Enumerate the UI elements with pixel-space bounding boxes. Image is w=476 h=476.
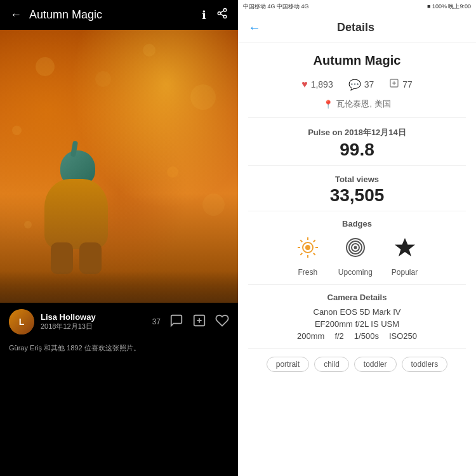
svg-point-24: [354, 246, 357, 249]
likes-stat: ♥ 1,893: [301, 79, 333, 90]
iso: ISO250: [389, 331, 417, 341]
badge-upcoming: Upcoming: [338, 236, 373, 277]
status-right: ■ 100% 晚上9:00: [427, 3, 471, 11]
badges-title: Badges: [248, 219, 466, 228]
pulse-value: 99.8: [248, 140, 466, 160]
details-photo-title: Autumn Magic: [238, 43, 476, 73]
left-panel: ← Autumn Magic ℹ: [0, 0, 238, 476]
svg-line-16: [300, 240, 302, 242]
badge-popular: Popular: [392, 236, 418, 277]
shutter-speed: 1/500s: [354, 331, 379, 341]
svg-line-3: [220, 14, 223, 16]
upcoming-icon: [344, 236, 367, 264]
focal-length: 200mm: [297, 331, 324, 341]
like-button[interactable]: [215, 314, 229, 331]
photo-date: 2018年12月13日: [41, 322, 146, 331]
action-icons: 37: [152, 314, 229, 331]
camera-lens: EF200mm f/2L IS USM: [248, 319, 466, 329]
popular-icon: [393, 236, 416, 264]
views-value: 33,505: [248, 185, 466, 206]
photo-info-bar: L Lisa Holloway 2018年12月13日 37: [0, 303, 238, 476]
details-back-button[interactable]: ←: [248, 20, 261, 35]
badge-fresh: Fresh: [296, 236, 319, 277]
svg-line-4: [220, 11, 223, 13]
svg-marker-25: [395, 238, 415, 256]
badges-row: Fresh Upcoming: [248, 236, 466, 277]
svg-point-20: [305, 245, 310, 250]
svg-point-1: [218, 12, 221, 15]
likes-count: 1,893: [311, 79, 333, 89]
status-left: 中国移动 4G 中国移动 4G: [243, 3, 309, 11]
right-panel: 中国移动 4G 中国移动 4G ■ 100% 晚上9:00 ← Details …: [238, 0, 476, 476]
pulse-section: Pulse on 2018年12月14日 99.8: [238, 118, 476, 165]
camera-model: Canon EOS 5D Mark IV: [248, 307, 466, 317]
photo-title-header: Autumn Magic: [29, 8, 202, 22]
tag-portrait[interactable]: portrait: [267, 357, 309, 372]
fresh-label: Fresh: [298, 268, 317, 277]
svg-point-0: [223, 9, 227, 12]
location-row: 📍 瓦伦泰恩, 美国: [238, 96, 476, 117]
location-pin-icon: 📍: [323, 100, 333, 109]
views-label: Total views: [248, 175, 466, 184]
details-header: ← Details: [238, 13, 476, 43]
camera-section: Camera Details Canon EOS 5D Mark IV EF20…: [238, 285, 476, 348]
svg-line-19: [300, 253, 302, 255]
tag-toddler[interactable]: toddler: [354, 357, 397, 372]
left-header: ← Autumn Magic ℹ: [0, 0, 238, 30]
svg-line-17: [314, 253, 315, 255]
comments-stat: 💬 37: [348, 79, 374, 91]
badges-section: Badges: [238, 211, 476, 284]
photo-image: [0, 30, 238, 303]
camera-title: Camera Details: [248, 293, 466, 302]
fresh-icon: [296, 236, 319, 264]
avatar: L: [9, 309, 34, 334]
details-title: Details: [261, 21, 451, 34]
child-figure: [32, 150, 121, 277]
save-icon: [389, 78, 399, 91]
camera-specs: 200mm f/2 1/500s ISO250: [248, 331, 466, 341]
user-info: Lisa Holloway 2018年12月13日: [41, 312, 146, 331]
tag-child[interactable]: child: [314, 357, 349, 372]
svg-point-2: [223, 15, 227, 18]
comment-button[interactable]: [169, 314, 183, 331]
aperture: f/2: [334, 331, 343, 341]
comments-count: 37: [364, 79, 374, 89]
back-button[interactable]: ←: [10, 8, 22, 22]
svg-line-18: [314, 240, 315, 242]
pulse-label: Pulse on 2018年12月14日: [248, 127, 466, 138]
heart-icon: ♥: [301, 79, 308, 90]
comment-count: 37: [152, 317, 161, 326]
comment-icon: 💬: [348, 79, 361, 91]
saves-stat: 77: [389, 78, 413, 91]
saves-count: 77: [402, 79, 413, 89]
stats-row: ♥ 1,893 💬 37 77: [238, 73, 476, 96]
header-icons: ℹ: [202, 8, 228, 22]
like-text: Güray Eriş 和其他 1892 位喜欢这张照片。: [0, 341, 238, 355]
views-section: Total views 33,505: [238, 166, 476, 211]
tags-row: portrait child toddler toddlers: [238, 349, 476, 382]
info-button[interactable]: ℹ: [202, 8, 206, 22]
location-text: 瓦伦泰恩, 美国: [336, 98, 390, 110]
status-bar: 中国移动 4G 中国移动 4G ■ 100% 晚上9:00: [238, 0, 476, 13]
upcoming-label: Upcoming: [338, 268, 373, 277]
add-button[interactable]: [192, 314, 206, 331]
user-bar: L Lisa Holloway 2018年12月13日 37: [0, 303, 238, 341]
photographer-name: Lisa Holloway: [41, 312, 146, 322]
popular-label: Popular: [392, 268, 418, 277]
share-button[interactable]: [216, 8, 228, 22]
tag-toddlers[interactable]: toddlers: [402, 357, 448, 372]
